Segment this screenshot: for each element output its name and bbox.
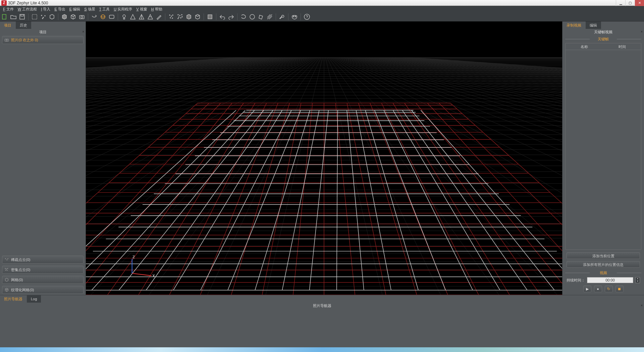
points2-icon[interactable] <box>177 13 183 20</box>
svg-line-123 <box>358 57 562 295</box>
left-panel: 项目 历史 项目 × 照片(0 在之外 0) 稀疏点云(0) 密集点云(0) <box>0 21 86 295</box>
undo-icon[interactable] <box>219 13 226 20</box>
dense-label: 密集点云(0) <box>11 267 30 272</box>
tab-edit[interactable]: 编辑 <box>586 21 601 29</box>
photo-navigator-body[interactable] <box>0 309 644 352</box>
svg-line-121 <box>355 57 562 295</box>
wrench-icon[interactable] <box>279 13 285 20</box>
svg-line-73 <box>86 57 285 295</box>
viewport-3d[interactable]: z x <box>86 21 562 295</box>
tab-project[interactable]: 项目 <box>0 21 16 29</box>
svg-line-268 <box>86 110 236 290</box>
svg-rect-2 <box>21 14 23 16</box>
slice-icon[interactable] <box>266 13 273 20</box>
minimize-button[interactable]: ▁ <box>616 0 625 6</box>
stop-button[interactable]: ⏹ <box>615 285 624 292</box>
project-dense-item[interactable]: 密集点云(0) <box>2 266 84 274</box>
sparse-small-icon <box>4 257 9 262</box>
duration-input[interactable]: 00:00 <box>587 277 633 283</box>
svg-line-234 <box>335 103 355 295</box>
app-icon: Z <box>1 0 7 6</box>
menu-workflow[interactable]: W 工作流程 <box>16 6 39 12</box>
maximize-button[interactable]: ▢ <box>625 0 635 6</box>
close-button[interactable]: ✕ <box>635 0 644 6</box>
tab-history[interactable]: 历史 <box>16 21 32 29</box>
loop-button[interactable]: ↻ <box>605 285 613 292</box>
tab-photo-navigator[interactable]: 照片导航器 <box>0 295 27 303</box>
bounds-icon[interactable] <box>108 13 115 20</box>
close-right-panel-icon[interactable]: × <box>641 29 643 35</box>
svg-line-94 <box>86 57 315 295</box>
menu-scene[interactable]: S 场景 <box>83 6 97 12</box>
solid2-icon[interactable] <box>194 13 201 20</box>
menu-view[interactable]: V 视窗 <box>135 6 149 12</box>
svg-line-87 <box>86 57 305 295</box>
mesh-wire-icon[interactable] <box>70 13 76 20</box>
svg-point-13 <box>169 15 170 15</box>
add-all-photos-button[interactable]: 添加所有照片的位置信息 <box>567 261 640 268</box>
lasso-icon[interactable] <box>240 13 247 20</box>
keyframe-list[interactable]: 名称 时间 <box>565 43 641 250</box>
points1-icon[interactable] <box>168 13 175 20</box>
record-button[interactable]: ● <box>594 285 602 292</box>
menu-utilities[interactable]: U 实用程序 <box>112 6 134 12</box>
save-icon[interactable] <box>19 13 25 20</box>
project-textured-item[interactable]: 纹理化网格(0) <box>2 286 84 294</box>
close-bottom-panel-icon[interactable]: × <box>641 303 643 309</box>
project-panel-title: 项目 <box>39 30 47 34</box>
svg-point-23 <box>182 16 182 17</box>
project-sparse-item[interactable]: 稀疏点云(0) <box>2 256 84 264</box>
light-icon[interactable] <box>121 13 127 20</box>
close-panel-icon[interactable]: × <box>82 29 84 35</box>
add-current-position-button[interactable]: 添加当前位置 <box>567 252 640 259</box>
svg-point-5 <box>43 17 44 18</box>
svg-line-239 <box>393 103 509 295</box>
texture-icon[interactable] <box>207 13 213 20</box>
svg-line-110 <box>338 57 562 295</box>
circle-select-icon[interactable] <box>249 13 256 20</box>
bounding-box-icon[interactable] <box>31 13 38 20</box>
orbit-icon[interactable] <box>91 13 98 20</box>
menu-tools[interactable]: T 工具 <box>98 6 112 12</box>
open-icon[interactable] <box>10 13 17 20</box>
menu-import[interactable]: I 导入 <box>39 6 52 12</box>
tab-record-video[interactable]: 录制视频 <box>562 21 586 29</box>
mesh-tri1-icon[interactable] <box>129 13 136 20</box>
svg-line-222 <box>86 103 198 295</box>
svg-line-224 <box>86 103 221 295</box>
mask-icon[interactable] <box>291 13 298 20</box>
dense-cloud-icon[interactable] <box>49 13 55 20</box>
solid1-icon[interactable] <box>185 13 192 20</box>
tab-log[interactable]: Log <box>27 295 41 303</box>
pan-icon[interactable] <box>100 13 106 20</box>
sparse-cloud-icon[interactable] <box>40 13 47 20</box>
poly-select-icon[interactable] <box>258 13 264 20</box>
svg-point-31 <box>6 40 7 41</box>
os-taskbar[interactable] <box>0 347 644 352</box>
mesh-tri3-icon[interactable] <box>147 13 154 20</box>
svg-line-272 <box>146 110 273 290</box>
project-photos-item[interactable]: 照片(0 在之外 0) <box>2 36 84 44</box>
svg-line-51 <box>86 57 253 295</box>
duration-spinner[interactable]: ▲▼ <box>635 277 640 283</box>
svg-rect-1 <box>20 14 24 19</box>
redo-icon[interactable] <box>228 13 234 20</box>
brush-icon[interactable] <box>156 13 162 20</box>
help-icon[interactable] <box>304 13 310 20</box>
menu-help[interactable]: H 帮助 <box>150 6 164 12</box>
menu-file[interactable]: F 文件 <box>1 6 15 12</box>
camera-icon[interactable] <box>78 13 85 20</box>
svg-line-47 <box>86 57 247 295</box>
svg-line-54 <box>86 57 257 295</box>
menu-edit[interactable]: E 编辑 <box>68 6 82 12</box>
new-icon[interactable] <box>1 13 8 20</box>
mesh-shaded-icon[interactable] <box>61 13 68 20</box>
textured-small-icon <box>4 288 9 292</box>
svg-line-285 <box>393 110 500 290</box>
project-mesh-item[interactable]: 网格(0) <box>2 276 84 284</box>
axis-z-label: z <box>132 254 135 260</box>
mesh-tri2-icon[interactable] <box>138 13 145 20</box>
svg-point-28 <box>295 16 296 17</box>
menu-export[interactable]: E 导出 <box>53 6 67 12</box>
play-button[interactable]: ▶ <box>583 285 591 292</box>
